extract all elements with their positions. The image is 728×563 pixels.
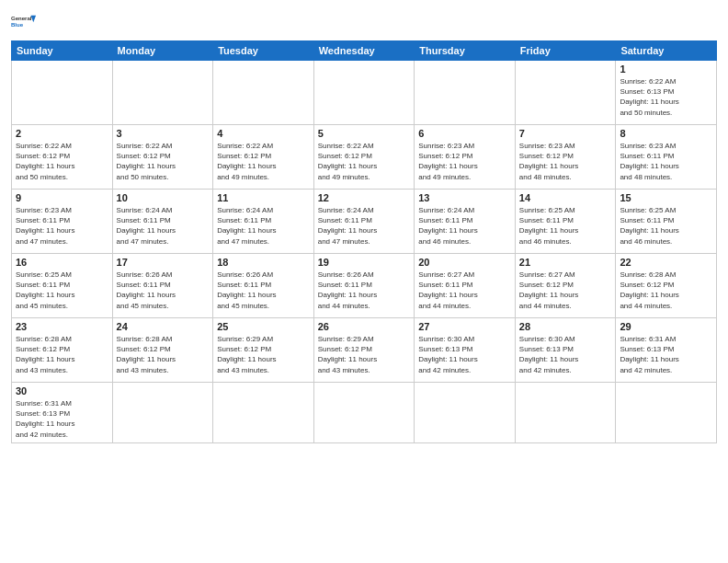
calendar-day-cell: 23Sunrise: 6:28 AM Sunset: 6:12 PM Dayli… [12, 318, 113, 383]
calendar-header-friday: Friday [515, 41, 616, 61]
calendar-day-cell: 10Sunrise: 6:24 AM Sunset: 6:11 PM Dayli… [112, 190, 213, 254]
day-info: Sunrise: 6:31 AM Sunset: 6:13 PM Dayligh… [620, 334, 712, 375]
page: GeneralBlue SundayMondayTuesdayWednesday… [0, 0, 728, 563]
calendar-day-cell: 27Sunrise: 6:30 AM Sunset: 6:13 PM Dayli… [415, 318, 516, 383]
day-info: Sunrise: 6:27 AM Sunset: 6:11 PM Dayligh… [418, 270, 511, 311]
calendar-header-row: SundayMondayTuesdayWednesdayThursdayFrid… [12, 41, 717, 61]
day-number: 17 [117, 257, 210, 268]
calendar-day-cell: 18Sunrise: 6:26 AM Sunset: 6:11 PM Dayli… [213, 254, 314, 318]
calendar-header-sunday: Sunday [12, 41, 113, 61]
day-number: 1 [620, 63, 712, 75]
day-info: Sunrise: 6:30 AM Sunset: 6:13 PM Dayligh… [418, 334, 511, 375]
calendar-day-cell: 19Sunrise: 6:26 AM Sunset: 6:11 PM Dayli… [313, 254, 415, 318]
day-number: 19 [318, 257, 411, 268]
calendar-day-cell: 21Sunrise: 6:27 AM Sunset: 6:12 PM Dayli… [515, 254, 616, 318]
day-info: Sunrise: 6:23 AM Sunset: 6:11 PM Dayligh… [620, 141, 712, 182]
day-info: Sunrise: 6:28 AM Sunset: 6:12 PM Dayligh… [117, 334, 210, 375]
calendar-header-monday: Monday [112, 41, 213, 61]
day-number: 9 [16, 192, 108, 203]
calendar-header-saturday: Saturday [616, 41, 717, 61]
day-number: 26 [318, 321, 411, 332]
day-info: Sunrise: 6:25 AM Sunset: 6:11 PM Dayligh… [16, 270, 108, 311]
day-number: 5 [318, 128, 411, 139]
calendar-day-cell [213, 61, 314, 125]
day-number: 18 [217, 257, 310, 268]
day-info: Sunrise: 6:29 AM Sunset: 6:12 PM Dayligh… [217, 334, 310, 375]
day-info: Sunrise: 6:23 AM Sunset: 6:12 PM Dayligh… [519, 141, 612, 182]
day-info: Sunrise: 6:22 AM Sunset: 6:13 PM Dayligh… [620, 76, 712, 118]
calendar-day-cell: 9Sunrise: 6:23 AM Sunset: 6:11 PM Daylig… [12, 190, 113, 254]
day-info: Sunrise: 6:22 AM Sunset: 6:12 PM Dayligh… [318, 141, 411, 182]
day-info: Sunrise: 6:26 AM Sunset: 6:11 PM Dayligh… [117, 270, 210, 311]
calendar-day-cell [112, 383, 213, 443]
calendar-day-cell: 7Sunrise: 6:23 AM Sunset: 6:12 PM Daylig… [515, 125, 616, 190]
day-number: 8 [620, 128, 712, 139]
calendar-week-row: 9Sunrise: 6:23 AM Sunset: 6:11 PM Daylig… [12, 190, 717, 254]
calendar-day-cell [313, 61, 415, 125]
calendar-day-cell: 12Sunrise: 6:24 AM Sunset: 6:11 PM Dayli… [313, 190, 415, 254]
day-info: Sunrise: 6:29 AM Sunset: 6:12 PM Dayligh… [318, 334, 411, 375]
calendar-week-row: 1Sunrise: 6:22 AM Sunset: 6:13 PM Daylig… [12, 61, 717, 125]
calendar-week-row: 23Sunrise: 6:28 AM Sunset: 6:12 PM Dayli… [12, 318, 717, 383]
day-info: Sunrise: 6:24 AM Sunset: 6:11 PM Dayligh… [117, 205, 210, 247]
day-info: Sunrise: 6:22 AM Sunset: 6:12 PM Dayligh… [117, 141, 210, 182]
calendar-day-cell: 14Sunrise: 6:25 AM Sunset: 6:11 PM Dayli… [515, 190, 616, 254]
calendar-day-cell [415, 383, 516, 443]
calendar-day-cell [112, 61, 213, 125]
calendar-day-cell: 1Sunrise: 6:22 AM Sunset: 6:13 PM Daylig… [616, 61, 717, 125]
calendar-day-cell [515, 383, 616, 443]
calendar-table: SundayMondayTuesdayWednesdayThursdayFrid… [11, 40, 717, 443]
day-info: Sunrise: 6:26 AM Sunset: 6:11 PM Dayligh… [217, 270, 310, 311]
day-number: 29 [620, 321, 712, 332]
svg-text:General: General [11, 16, 32, 21]
logo-icon: GeneralBlue [11, 9, 37, 35]
day-info: Sunrise: 6:24 AM Sunset: 6:11 PM Dayligh… [418, 205, 511, 247]
day-number: 14 [519, 192, 612, 203]
calendar-day-cell [313, 383, 415, 443]
calendar-day-cell: 24Sunrise: 6:28 AM Sunset: 6:12 PM Dayli… [112, 318, 213, 383]
svg-text:Blue: Blue [11, 22, 24, 28]
day-number: 24 [117, 321, 210, 332]
day-number: 25 [217, 321, 310, 332]
logo: GeneralBlue [11, 9, 37, 35]
day-number: 13 [418, 192, 511, 203]
day-number: 16 [16, 257, 108, 268]
day-number: 4 [217, 128, 310, 139]
day-number: 15 [620, 192, 712, 203]
calendar-day-cell: 8Sunrise: 6:23 AM Sunset: 6:11 PM Daylig… [616, 125, 717, 190]
day-info: Sunrise: 6:28 AM Sunset: 6:12 PM Dayligh… [16, 334, 108, 375]
calendar-header-tuesday: Tuesday [213, 41, 314, 61]
calendar-day-cell: 2Sunrise: 6:22 AM Sunset: 6:12 PM Daylig… [12, 125, 113, 190]
calendar-header-thursday: Thursday [415, 41, 516, 61]
calendar-header-wednesday: Wednesday [313, 41, 415, 61]
calendar-day-cell: 29Sunrise: 6:31 AM Sunset: 6:13 PM Dayli… [616, 318, 717, 383]
day-number: 20 [418, 257, 511, 268]
day-number: 6 [418, 128, 511, 139]
calendar-day-cell: 3Sunrise: 6:22 AM Sunset: 6:12 PM Daylig… [112, 125, 213, 190]
header: GeneralBlue [11, 9, 717, 35]
calendar-day-cell: 25Sunrise: 6:29 AM Sunset: 6:12 PM Dayli… [213, 318, 314, 383]
calendar-day-cell: 4Sunrise: 6:22 AM Sunset: 6:12 PM Daylig… [213, 125, 314, 190]
calendar-week-row: 30Sunrise: 6:31 AM Sunset: 6:13 PM Dayli… [12, 383, 717, 443]
calendar-day-cell: 5Sunrise: 6:22 AM Sunset: 6:12 PM Daylig… [313, 125, 415, 190]
day-info: Sunrise: 6:27 AM Sunset: 6:12 PM Dayligh… [519, 270, 612, 311]
calendar-day-cell: 20Sunrise: 6:27 AM Sunset: 6:11 PM Dayli… [415, 254, 516, 318]
calendar-day-cell: 30Sunrise: 6:31 AM Sunset: 6:13 PM Dayli… [12, 383, 113, 443]
day-info: Sunrise: 6:24 AM Sunset: 6:11 PM Dayligh… [318, 205, 411, 247]
day-number: 11 [217, 192, 310, 203]
day-info: Sunrise: 6:28 AM Sunset: 6:12 PM Dayligh… [620, 270, 712, 311]
day-info: Sunrise: 6:22 AM Sunset: 6:12 PM Dayligh… [16, 141, 108, 182]
day-number: 12 [318, 192, 411, 203]
day-number: 2 [16, 128, 108, 139]
day-info: Sunrise: 6:24 AM Sunset: 6:11 PM Dayligh… [217, 205, 310, 247]
calendar-day-cell: 28Sunrise: 6:30 AM Sunset: 6:13 PM Dayli… [515, 318, 616, 383]
day-number: 22 [620, 257, 712, 268]
day-info: Sunrise: 6:25 AM Sunset: 6:11 PM Dayligh… [519, 205, 612, 247]
calendar-week-row: 16Sunrise: 6:25 AM Sunset: 6:11 PM Dayli… [12, 254, 717, 318]
calendar-week-row: 2Sunrise: 6:22 AM Sunset: 6:12 PM Daylig… [12, 125, 717, 190]
day-info: Sunrise: 6:26 AM Sunset: 6:11 PM Dayligh… [318, 270, 411, 311]
calendar-day-cell [12, 61, 113, 125]
calendar-day-cell: 6Sunrise: 6:23 AM Sunset: 6:12 PM Daylig… [415, 125, 516, 190]
calendar-day-cell: 13Sunrise: 6:24 AM Sunset: 6:11 PM Dayli… [415, 190, 516, 254]
calendar-day-cell: 22Sunrise: 6:28 AM Sunset: 6:12 PM Dayli… [616, 254, 717, 318]
